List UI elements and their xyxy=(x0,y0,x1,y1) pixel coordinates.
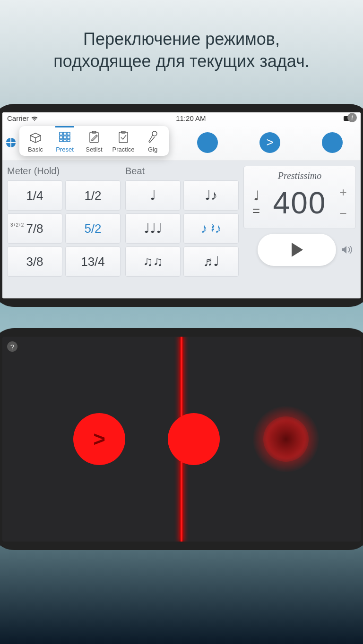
beat-indicator[interactable] xyxy=(197,132,218,153)
mode-label: Gig xyxy=(148,146,157,153)
mode-item-preset[interactable]: Preset xyxy=(52,130,78,153)
grid-icon xyxy=(58,130,71,144)
visualizer-field[interactable] xyxy=(2,337,361,542)
svg-rect-5 xyxy=(60,136,62,139)
mode-item-basic[interactable]: Basic xyxy=(22,130,49,153)
mode-label: Practice xyxy=(112,146,135,153)
beat-cell[interactable]: ♩ xyxy=(125,180,181,211)
modes-menu-button[interactable] xyxy=(6,138,16,147)
meter-value: 7/8 xyxy=(26,221,43,236)
meter-cell[interactable]: 13/4 xyxy=(65,246,121,277)
wifi-icon xyxy=(31,116,38,121)
beat-indicator-strip: > xyxy=(197,132,343,153)
info-icon[interactable]: i xyxy=(347,113,357,122)
accent-glyph: > xyxy=(266,135,273,150)
beat-cell[interactable]: ♩♪ xyxy=(183,180,239,211)
play-button[interactable] xyxy=(258,234,336,266)
meter-value: 3/8 xyxy=(26,254,43,269)
tempo-plus-minus: + − xyxy=(335,185,352,221)
tempo-name: Prestissimo xyxy=(248,170,352,181)
visualizer-beat-echo xyxy=(253,406,319,472)
promo-title-line1: Переключение режимов, xyxy=(0,28,363,51)
svg-rect-6 xyxy=(63,136,66,139)
play-icon xyxy=(290,242,304,258)
microphone-icon xyxy=(147,130,158,144)
phone-frame-light: Carrier 11:20 AM i Basic xyxy=(0,104,363,307)
phone-frame-dark: ? xyxy=(0,328,363,550)
svg-rect-3 xyxy=(63,132,66,135)
box-icon xyxy=(28,130,43,144)
meter-cell[interactable]: 1/4 xyxy=(7,180,62,211)
mode-item-gig[interactable]: Gig xyxy=(139,130,166,153)
phone-screen-dark: ? xyxy=(2,337,361,542)
meter-cell[interactable]: 1/2 xyxy=(65,180,121,211)
meter-column-label: Meter (Hold) xyxy=(7,166,121,177)
meter-column: Meter (Hold) 1/4 1/2 3+2+27/8 5/2 3/8 13… xyxy=(7,166,121,291)
volume-icon[interactable] xyxy=(341,245,356,255)
beat-glyph: ♫♫ xyxy=(143,255,163,268)
beat-column-label: Beat xyxy=(125,166,239,177)
meter-cell-active[interactable]: 5/2 xyxy=(65,213,121,244)
clipboard-check-icon xyxy=(117,130,130,144)
promo-title-line2: подходящее для текущих задач. xyxy=(0,51,363,73)
meter-prefix: 3+2+2 xyxy=(10,222,24,228)
svg-rect-4 xyxy=(67,132,70,135)
tempo-plus-button[interactable]: + xyxy=(339,185,346,200)
tempo-value: 400 xyxy=(265,186,335,220)
promo-title: Переключение режимов, подходящее для тек… xyxy=(0,0,363,73)
meter-value: 5/2 xyxy=(84,221,101,236)
svg-rect-13 xyxy=(119,132,128,143)
beat-glyph: ♩ xyxy=(150,189,156,202)
status-bar-left: Carrier xyxy=(7,114,38,122)
main-controls: Meter (Hold) 1/4 1/2 3+2+27/8 5/2 3/8 13… xyxy=(2,161,361,298)
tempo-box[interactable]: Prestissimo ♩ = 400 + − xyxy=(243,166,356,229)
svg-rect-9 xyxy=(63,140,66,142)
mode-label: Setlist xyxy=(86,146,102,153)
top-toolbar: i Basic Preset xyxy=(2,124,361,161)
status-time: 11:20 AM xyxy=(176,114,206,122)
beat-glyph: ♩♩♩ xyxy=(144,222,162,235)
play-row xyxy=(243,234,356,266)
modes-popover: Basic Preset Setlist xyxy=(19,126,169,156)
tempo-minus-button[interactable]: − xyxy=(339,206,346,221)
beat-cell[interactable]: ♫♫ xyxy=(125,246,181,277)
svg-rect-8 xyxy=(60,140,62,142)
mode-item-setlist[interactable]: Setlist xyxy=(81,130,107,153)
beat-glyph: ♬♩ xyxy=(203,255,219,268)
help-icon[interactable]: ? xyxy=(7,341,17,352)
svg-rect-10 xyxy=(67,140,70,142)
beat-glyph: ♩♪ xyxy=(205,189,217,202)
tempo-note-icon: ♩ = xyxy=(248,188,265,219)
visualizer-beat-accent xyxy=(73,413,125,465)
meter-cell[interactable]: 3/8 xyxy=(7,246,62,277)
mode-item-practice[interactable]: Practice xyxy=(110,130,137,153)
meter-value: 1/2 xyxy=(84,188,101,203)
meter-cell[interactable]: 3+2+27/8 xyxy=(7,213,62,244)
carrier-label: Carrier xyxy=(7,114,29,122)
meter-value: 1/4 xyxy=(26,188,43,203)
beat-column: Beat ♩ ♩♪ ♩♩♩ ♪ 𝄽 ♪ ♫♫ ♬♩ xyxy=(125,166,239,291)
tempo-column: Prestissimo ♩ = 400 + − xyxy=(243,166,356,291)
beat-glyph: ♪ 𝄽 ♪ xyxy=(201,222,222,235)
svg-rect-7 xyxy=(67,136,70,139)
phone-screen-light: Carrier 11:20 AM i Basic xyxy=(2,112,361,298)
beat-cell-active[interactable]: ♪ 𝄽 ♪ xyxy=(183,213,239,244)
svg-rect-2 xyxy=(60,132,62,135)
clipboard-edit-icon xyxy=(88,130,100,144)
beat-indicator-accent[interactable]: > xyxy=(259,132,280,153)
visualizer-beat xyxy=(168,413,220,465)
status-bar: Carrier 11:20 AM xyxy=(2,112,361,124)
beat-cell[interactable]: ♩♩♩ xyxy=(125,213,181,244)
mode-label: Basic xyxy=(28,146,43,153)
beat-indicator[interactable] xyxy=(322,132,343,153)
beat-cell[interactable]: ♬♩ xyxy=(183,246,239,277)
meter-value: 13/4 xyxy=(81,254,105,269)
mode-label: Preset xyxy=(56,146,74,153)
